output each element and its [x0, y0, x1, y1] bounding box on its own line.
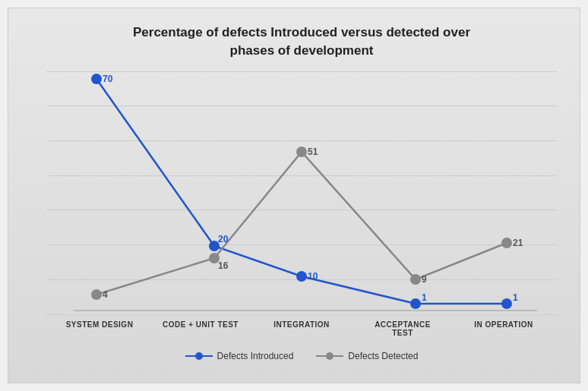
intro-label-4: 1 — [513, 292, 518, 303]
detect-label-2: 51 — [308, 147, 318, 157]
grid-line-bottom — [46, 314, 557, 315]
x-labels: SYSTEM DESIGN CODE + UNIT TEST INTEGRATI… — [46, 320, 557, 337]
intro-dot-3 — [411, 299, 420, 308]
x-label-1: CODE + UNIT TEST — [163, 320, 239, 337]
x-label-2: INTEGRATION — [264, 320, 340, 337]
chart-svg: 70 20 10 1 1 4 16 51 9 — [46, 71, 557, 314]
intro-label-0: 70 — [103, 74, 113, 84]
chart-title: Percentage of defects Introduced versus … — [46, 24, 557, 60]
legend: Defects Introduced Defects Detected — [46, 351, 557, 361]
legend-detected-dot — [326, 352, 334, 360]
x-label-4: IN OPERATION — [466, 320, 542, 337]
chart-area: 70 20 10 1 1 4 16 51 9 — [46, 71, 557, 314]
x-label-0: SYSTEM DESIGN — [62, 320, 138, 337]
intro-label-3: 1 — [422, 292, 427, 303]
detect-dot-0 — [92, 290, 101, 299]
intro-dot-0 — [92, 74, 101, 84]
detect-dot-4 — [502, 238, 511, 248]
chart-container: Percentage of defects Introduced versus … — [8, 8, 580, 383]
detect-dot-2 — [297, 147, 306, 156]
detect-label-0: 4 — [103, 289, 108, 300]
chart-title-line1: Percentage of defects Introduced versus … — [133, 25, 470, 39]
introduced-line — [96, 79, 507, 304]
intro-label-2: 10 — [308, 271, 318, 282]
legend-detected-label: Defects Detected — [348, 351, 418, 361]
detect-label-4: 21 — [513, 238, 523, 248]
intro-dot-4 — [502, 299, 511, 308]
detect-dot-3 — [411, 275, 420, 284]
intro-label-1: 20 — [218, 234, 229, 244]
detect-label-3: 9 — [422, 274, 427, 285]
x-label-3: ACCEPTANCE TEST — [365, 320, 441, 337]
chart-title-line2: phases of development — [230, 43, 374, 58]
legend-introduced: Defects Introduced — [185, 351, 294, 361]
detect-label-1: 16 — [218, 260, 229, 271]
intro-dot-2 — [297, 272, 306, 281]
legend-detected: Defects Detected — [316, 351, 418, 361]
legend-introduced-label: Defects Introduced — [217, 351, 294, 361]
legend-introduced-dot — [195, 352, 203, 360]
